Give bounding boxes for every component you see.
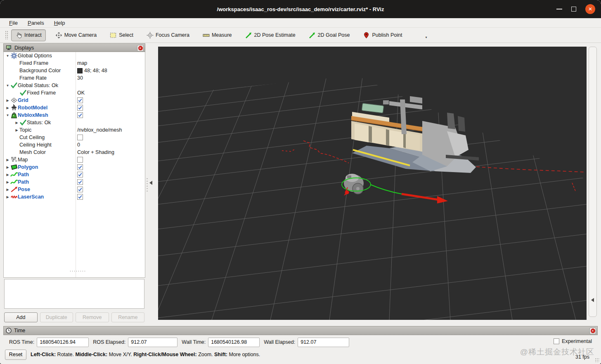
display-row[interactable]: ▶RobotModel	[4, 104, 145, 111]
display-row[interactable]: ▶LaserScan	[4, 193, 145, 201]
tool-interact[interactable]: Interact	[11, 29, 46, 41]
expand-arrow-icon[interactable]: ▶	[5, 99, 10, 102]
row-value[interactable]: map	[77, 60, 87, 66]
display-row[interactable]: ▼NvbloxMesh	[4, 111, 145, 119]
display-row[interactable]: ▼Global Options	[4, 52, 145, 59]
select-icon	[110, 32, 117, 39]
expand-arrow-icon[interactable]: ▶	[5, 188, 10, 191]
displays-tree: ▼Global OptionsFixed FramemapBackground …	[3, 52, 145, 278]
expand-arrow-icon[interactable]: ▶	[5, 106, 10, 110]
tool-2d-goal-pose[interactable]: 2D Goal Pose	[305, 30, 354, 41]
row-checkbox[interactable]	[77, 164, 83, 170]
window-close-icon[interactable]: ✕	[585, 4, 595, 14]
resize-grip[interactable]	[595, 358, 600, 363]
ros-time-input[interactable]	[37, 338, 89, 347]
row-checkbox[interactable]	[77, 194, 83, 200]
display-row[interactable]: Mesh ColorColor + Shading	[4, 149, 145, 156]
minimize-icon[interactable]	[556, 9, 562, 9]
expand-arrow-icon[interactable]: ▶	[5, 173, 10, 177]
display-row[interactable]: ▶Path	[4, 171, 145, 178]
display-row[interactable]: ▶Pose	[4, 186, 145, 193]
remove-button[interactable]: Remove	[76, 312, 109, 322]
displays-panel-header[interactable]: Displays ✕	[3, 43, 145, 52]
wall-time-input[interactable]	[208, 338, 260, 347]
left-splitter[interactable]	[146, 43, 157, 325]
menu-item-help[interactable]: Help	[54, 20, 65, 26]
tool-select[interactable]: Select	[106, 30, 137, 41]
wall-elapsed-input[interactable]	[298, 338, 349, 347]
3d-viewport[interactable]	[158, 47, 587, 320]
tool-move-camera[interactable]: Move Camera	[52, 30, 101, 41]
tool-label: Publish Point	[372, 32, 402, 38]
duplicate-button[interactable]: Duplicate	[40, 312, 73, 322]
tool-dropdown-arrow-icon[interactable]: ▾	[425, 35, 427, 39]
display-row[interactable]: ▼Global Status: Ok	[4, 82, 145, 89]
row-checkbox[interactable]	[77, 105, 83, 111]
tool-measure[interactable]: Measure	[199, 30, 236, 41]
display-row[interactable]: ▶Path	[4, 178, 145, 186]
display-row[interactable]: Frame Rate30	[4, 74, 145, 82]
expand-arrow-icon[interactable]: ▼	[5, 84, 10, 87]
row-checkbox[interactable]	[77, 187, 83, 192]
display-row[interactable]: ▶Grid	[4, 97, 145, 104]
row-value[interactable]: /nvblox_node/mesh	[77, 127, 122, 133]
expand-arrow-icon[interactable]: ▶	[5, 180, 10, 184]
expand-arrow-icon[interactable]: ▼	[5, 54, 10, 58]
collapse-right-icon[interactable]	[591, 298, 594, 302]
displays-close-button[interactable]: ✕	[137, 45, 144, 52]
display-row[interactable]: Fixed Framemap	[4, 59, 145, 67]
color-swatch[interactable]	[77, 68, 83, 73]
row-checkbox[interactable]	[77, 97, 83, 103]
display-row[interactable]: Fixed FrameOK	[4, 89, 145, 97]
row-checkbox[interactable]	[77, 179, 83, 185]
rename-button[interactable]: Rename	[111, 312, 145, 322]
row-checkbox[interactable]	[77, 112, 83, 118]
tool-focus-camera[interactable]: Focus Camera	[143, 30, 193, 41]
ros-elapsed-input[interactable]	[128, 338, 177, 347]
display-row[interactable]: Background Color48; 48; 48	[4, 67, 145, 74]
row-value[interactable]: 48; 48; 48	[84, 68, 107, 73]
time-panel-header[interactable]: Time ✕	[3, 326, 598, 335]
right-splitter[interactable]	[589, 47, 597, 317]
expand-arrow-icon[interactable]: ▶	[5, 165, 10, 169]
row-value[interactable]: 30	[77, 75, 83, 81]
row-value[interactable]: Color + Shading	[77, 149, 114, 155]
expand-arrow-icon[interactable]: ▶	[5, 195, 10, 199]
experimental-label: Experimental	[562, 338, 592, 344]
remove-tool-button[interactable]: ▾	[424, 31, 427, 39]
row-value[interactable]: 0	[77, 142, 80, 148]
display-row[interactable]: Ceiling Height0	[4, 141, 145, 149]
tool-publish-point[interactable]: Publish Point	[359, 30, 406, 41]
reset-button[interactable]: Reset	[5, 350, 26, 360]
collapse-left-icon[interactable]	[149, 181, 152, 185]
row-checkbox[interactable]	[77, 172, 83, 177]
row-checkbox[interactable]	[77, 157, 83, 163]
tool-2d-pose-estimate[interactable]: 2D Pose Estimate	[241, 30, 299, 41]
row-checkbox[interactable]	[77, 135, 83, 140]
display-row[interactable]: Cut Ceiling	[4, 134, 145, 141]
experimental-checkbox[interactable]	[554, 338, 559, 344]
display-row[interactable]: ▶Map	[4, 156, 145, 163]
check-icon	[19, 120, 27, 126]
row-label: Frame Rate	[19, 75, 47, 81]
toolbar-drag-handle[interactable]	[5, 31, 8, 40]
display-row[interactable]: ▶Polygon	[4, 163, 145, 171]
add-button[interactable]: Add	[4, 312, 38, 322]
display-row[interactable]: ▶Status: Ok	[4, 119, 145, 126]
time-close-button[interactable]: ✕	[589, 328, 596, 334]
row-label: Topic	[19, 127, 31, 133]
panel-splitter-handle[interactable]	[69, 270, 86, 272]
titlebar[interactable]: /workspaces/isaac_ros-dev/src/isaac_demo…	[0, 0, 601, 18]
help-text: Rotate.	[56, 352, 75, 357]
maximize-icon[interactable]	[571, 7, 576, 12]
expand-arrow-icon[interactable]: ▼	[5, 113, 10, 117]
display-row[interactable]: ▶Topic/nvblox_node/mesh	[4, 126, 145, 134]
expand-arrow-icon[interactable]: ▶	[5, 158, 10, 162]
expand-arrow-icon[interactable]: ▶	[14, 121, 19, 125]
expand-arrow-icon[interactable]: ▶	[14, 128, 19, 132]
time-field-label: ROS Elapsed:	[93, 339, 125, 345]
menu-item-panels[interactable]: Panels	[28, 20, 44, 26]
row-label: Ceiling Height	[19, 142, 52, 148]
row-value[interactable]: OK	[77, 90, 85, 96]
menu-item-file[interactable]: File	[9, 20, 18, 26]
